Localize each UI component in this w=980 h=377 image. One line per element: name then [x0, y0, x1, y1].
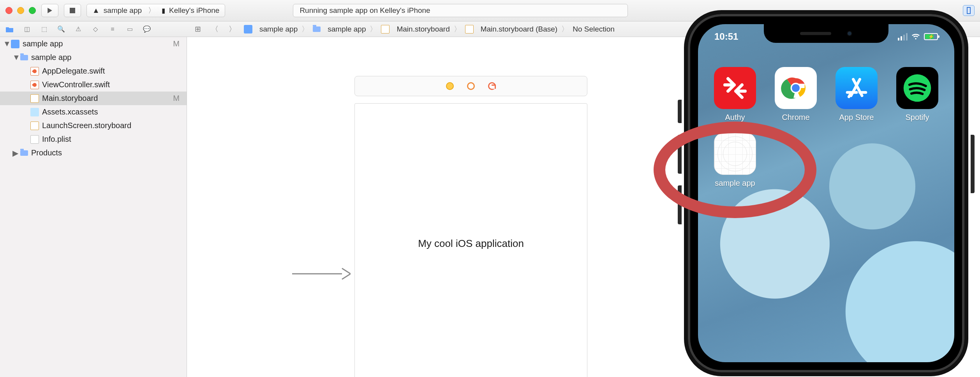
- tree-group[interactable]: ▼ sample app: [0, 51, 187, 64]
- tree-file-selected[interactable]: Main.storyboard M: [0, 92, 187, 105]
- exit-icon[interactable]: [488, 82, 496, 90]
- mute-switch-icon: [678, 100, 682, 123]
- tree-file[interactable]: LaunchScreen.storyboard: [0, 119, 187, 132]
- battery-charging-icon: ⚡: [924, 33, 938, 40]
- find-navigator-icon[interactable]: 🔍: [57, 25, 65, 33]
- minimize-window-icon[interactable]: [17, 7, 24, 14]
- file-name: Assets.xcassets: [42, 107, 98, 116]
- file-name: sample app: [31, 53, 71, 62]
- scheme-divider: 〉: [148, 5, 155, 16]
- tree-project-root[interactable]: ▼ sample app M: [0, 37, 187, 51]
- breadcrumb[interactable]: sample app 〉 sample app 〉 Main.storyboar…: [244, 24, 615, 34]
- storyboard-icon: [465, 25, 474, 33]
- project-icon: [11, 40, 19, 48]
- project-navigator-icon[interactable]: [5, 25, 14, 33]
- view-controller-view[interactable]: My cool iOS application: [354, 103, 587, 377]
- crumb-1[interactable]: sample app: [328, 25, 366, 33]
- crumb-2[interactable]: Main.storyboard: [397, 25, 449, 33]
- scm-status-badge: M: [173, 39, 180, 48]
- close-window-icon[interactable]: [5, 7, 12, 14]
- crumb-3[interactable]: Main.storyboard (Base): [481, 25, 557, 33]
- sample-app-icon: [714, 133, 756, 175]
- folder-icon: [20, 55, 28, 60]
- assets-icon: [30, 108, 39, 116]
- app-label: Spotify: [905, 113, 929, 122]
- scheme-selector[interactable]: ▲ sample app 〉 ▮ Kelley's iPhone: [86, 4, 225, 17]
- file-name: LaunchScreen.storyboard: [42, 121, 131, 130]
- volume-down-icon: [678, 185, 682, 224]
- scm-status-badge: M: [173, 94, 180, 103]
- status-text: Running sample app on Kelley's iPhone: [300, 6, 430, 15]
- disclosure-triangle-icon[interactable]: ▼: [3, 39, 9, 48]
- stop-button[interactable]: [64, 4, 81, 17]
- app-chrome[interactable]: Chrome: [771, 67, 820, 122]
- tree-file[interactable]: AppDelegate.swift: [0, 64, 187, 78]
- ui-label[interactable]: My cool iOS application: [418, 238, 524, 250]
- run-button[interactable]: [41, 4, 58, 17]
- file-name: Info.plist: [42, 135, 71, 144]
- app-sample[interactable]: sample app: [710, 133, 760, 188]
- plist-file-icon: [30, 135, 39, 144]
- file-name: sample app: [23, 39, 63, 48]
- source-control-navigator-icon[interactable]: ◫: [23, 25, 31, 33]
- crumb-0[interactable]: sample app: [259, 25, 298, 33]
- navigator-tabs: ◫ ⬚ 🔍 ⚠ ◇ ≡ ▭ 💬: [0, 25, 187, 33]
- app-label: Chrome: [782, 113, 809, 122]
- volume-up-icon: [678, 135, 682, 174]
- file-name: AppDelegate.swift: [42, 67, 105, 76]
- ios-status-bar: 10:51 ⚡: [698, 30, 954, 44]
- spotify-icon: [896, 67, 938, 109]
- app-label: App Store: [839, 113, 874, 122]
- zoom-window-icon[interactable]: [29, 7, 36, 14]
- app-label: sample app: [715, 179, 755, 188]
- cellular-signal-icon: [898, 33, 908, 41]
- scheme-target: sample app: [104, 6, 142, 15]
- view-controller-scene[interactable]: My cool iOS application: [354, 76, 587, 377]
- activity-status: Running sample app on Kelley's iPhone: [293, 4, 628, 17]
- appstore-icon: [835, 67, 878, 109]
- chrome-icon: [775, 67, 817, 109]
- storyboard-file-icon: [30, 122, 39, 130]
- breakpoint-navigator-icon[interactable]: ▭: [125, 25, 134, 33]
- tree-products[interactable]: ▶ Products: [0, 146, 187, 160]
- initial-vc-arrow-icon: [292, 266, 351, 282]
- disclosure-triangle-icon[interactable]: ▶: [12, 148, 18, 158]
- first-responder-icon[interactable]: [467, 82, 475, 90]
- tree-file[interactable]: Assets.xcassets: [0, 105, 187, 119]
- file-name: Main.storyboard: [42, 94, 98, 103]
- test-navigator-icon[interactable]: ◇: [91, 25, 100, 33]
- app-label: Authy: [725, 113, 745, 122]
- svg-rect-0: [70, 8, 75, 13]
- project-icon: [244, 25, 252, 33]
- project-navigator: ▼ sample app M ▼ sample app AppDelegate.…: [0, 37, 187, 377]
- scheme-device: Kelley's iPhone: [169, 6, 219, 15]
- window-controls: [5, 7, 36, 14]
- wifi-icon: [911, 32, 920, 41]
- phone-screen: 10:51 ⚡ Authy Chrom: [698, 24, 954, 362]
- side-button-icon: [971, 135, 975, 193]
- app-spotify[interactable]: Spotify: [893, 67, 942, 122]
- crumb-4[interactable]: No Selection: [573, 25, 615, 33]
- folder-icon: [20, 150, 28, 156]
- storyboard-icon: [381, 25, 390, 33]
- symbol-navigator-icon[interactable]: ⬚: [40, 25, 48, 33]
- app-authy[interactable]: Authy: [710, 67, 760, 122]
- disclosure-triangle-icon[interactable]: ▼: [12, 53, 18, 62]
- view-controller-icon[interactable]: [446, 82, 454, 90]
- back-button[interactable]: 〈: [209, 24, 221, 34]
- related-items-icon[interactable]: ⊞: [192, 25, 203, 33]
- debug-navigator-icon[interactable]: ≡: [108, 25, 117, 33]
- authy-icon: [714, 67, 756, 109]
- swift-file-icon: [30, 81, 39, 89]
- report-navigator-icon[interactable]: 💬: [143, 25, 151, 33]
- scene-dock[interactable]: [354, 76, 587, 96]
- tree-file[interactable]: Info.plist: [0, 132, 187, 146]
- phone-frame: 10:51 ⚡ Authy Chrom: [684, 10, 968, 376]
- clock: 10:51: [714, 31, 738, 42]
- home-screen-grid: Authy Chrome App Store: [698, 67, 954, 188]
- tree-file[interactable]: ViewController.swift: [0, 78, 187, 92]
- app-appstore[interactable]: App Store: [832, 67, 881, 122]
- issue-navigator-icon[interactable]: ⚠: [74, 25, 83, 33]
- forward-button[interactable]: 〉: [226, 24, 238, 34]
- app-icon: ▲: [92, 6, 100, 15]
